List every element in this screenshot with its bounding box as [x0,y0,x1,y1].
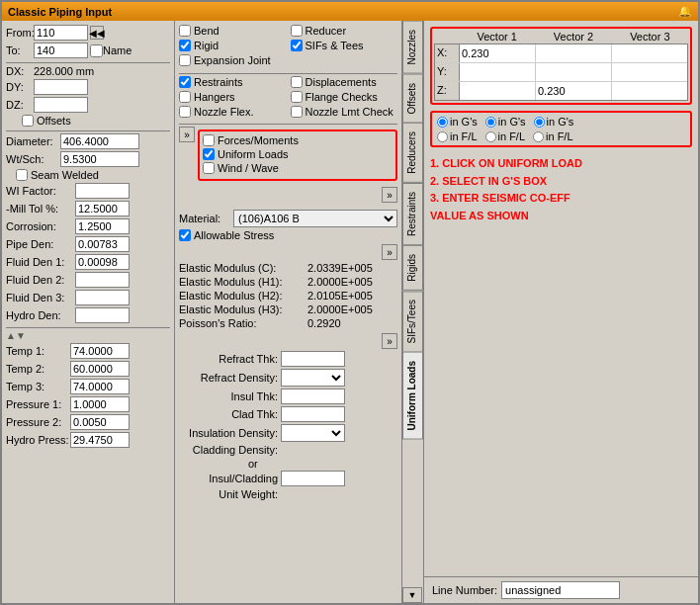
collapse-btn-top[interactable]: ◀◀ [90,26,104,40]
y-v3-input[interactable] [612,63,687,81]
refract-arrow-btn[interactable]: » [382,333,397,349]
weld-factor-input[interactable] [75,183,130,199]
refract-thk-input[interactable] [281,351,345,367]
x-v1-input[interactable] [460,44,535,62]
expansion-joint-label: Expansion Joint [194,54,271,66]
diameter-input[interactable] [60,133,139,149]
dz-input[interactable] [34,97,88,113]
seam-welded-checkbox[interactable] [16,169,28,181]
refract-thk-label: Refract Thk: [179,353,278,365]
v2-gs-label: in G's [498,116,526,128]
tab-rigids[interactable]: Rigids [402,245,423,291]
insul-cladding-input[interactable] [281,471,345,486]
v3-gs-label: in G's [547,116,574,128]
wt-sch-input[interactable] [60,151,139,167]
forces-moments-label: Forces/Moments [218,134,299,146]
pipe-den-input[interactable] [75,236,130,252]
temp3-input[interactable] [70,379,130,394]
dy-input[interactable] [34,79,88,95]
tab-uniform-loads[interactable]: Uniform Loads [402,352,423,440]
to-input[interactable] [34,43,88,58]
expand-arrow2-btn[interactable]: » [382,187,397,203]
fluid-den3-input[interactable] [75,290,130,305]
temp3-label: Temp 3: [6,381,70,392]
flange-checks-checkbox[interactable] [291,91,303,103]
temp1-input[interactable] [70,343,130,359]
sifs-tees-checkbox[interactable] [291,40,303,51]
scroll-down-arrow[interactable]: ▼ [402,587,422,603]
refract-density-select[interactable] [281,369,345,387]
name-checkbox[interactable] [90,44,103,57]
reducer-checkbox[interactable] [291,25,303,37]
allowable-stress-checkbox[interactable] [179,229,191,241]
diameter-label: Diameter: [6,135,60,147]
sifs-tees-label: SIFs & Tees [306,40,364,51]
v1-fl-label: in F/L [450,130,478,142]
fluid-den2-input[interactable] [75,272,130,288]
v1-gs-radio[interactable] [437,117,448,128]
restraints-checkbox[interactable] [179,76,191,88]
v3-fl-radio[interactable] [533,131,544,142]
mid-panel: Bend Reducer Rigid SIFs & Tees Expansion… [175,21,402,603]
insulation-density-select[interactable] [281,424,345,442]
v2-fl-radio[interactable] [485,131,496,142]
material-select[interactable]: (106)A106 B [233,210,397,227]
tab-restraints[interactable]: Restraints [402,183,423,245]
pressure1-input[interactable] [70,396,130,412]
fluid-den1-input[interactable] [75,254,130,270]
x-v3-input[interactable] [612,44,687,62]
v3-gs-radio[interactable] [534,117,545,128]
tab-reducers[interactable]: Reducers [402,123,423,183]
y-v2-input[interactable] [536,63,611,81]
nozzle-lmt-checkbox[interactable] [291,106,303,118]
hydro-press-label: Hydro Press: [6,434,70,446]
x-v2-input[interactable] [536,44,611,62]
hydro-den-input[interactable] [75,307,130,323]
y-v1-input[interactable] [460,63,535,81]
expand-arrow-btn[interactable]: » [179,127,195,142]
corrosion-input[interactable] [75,218,130,234]
expansion-joint-checkbox[interactable] [179,54,191,66]
clad-thk-input[interactable] [281,406,345,422]
instruction2: 2. SELECT IN G'S BOX [430,173,692,191]
elastic-c-label: Elastic Modulus (C): [179,262,307,274]
z-v3-input[interactable] [612,82,687,100]
hydro-press-input[interactable] [70,432,130,448]
v2-fl-label: in F/L [498,130,526,142]
insulation-density-label: Insulation Density: [179,427,278,439]
tab-nozzles[interactable]: Nozzles [402,21,423,74]
displacements-label: Displacements [306,76,377,88]
v1-fl-radio[interactable] [437,131,448,142]
nozzle-flex-checkbox[interactable] [179,106,191,118]
v2-gs-radio[interactable] [485,117,496,128]
forces-moments-checkbox[interactable] [203,134,215,146]
from-input[interactable] [34,25,88,41]
instruction4: VALUE AS SHOWN [430,208,692,225]
tab-offsets[interactable]: Offsets [402,74,423,124]
tab-sifs-tees[interactable]: SIFs/Tees [402,291,423,352]
pressure2-input[interactable] [70,414,130,430]
pin-icon[interactable]: 🔔 [678,5,692,18]
hangers-label: Hangers [194,91,235,103]
modulus-arrow-btn[interactable]: » [382,244,397,260]
wt-sch-label: Wt/Sch: [6,153,60,165]
displacements-checkbox[interactable] [291,76,303,88]
material-label: Material: [179,213,233,224]
offsets-checkbox[interactable] [22,115,34,127]
wind-wave-checkbox[interactable] [203,162,215,174]
uniform-loads-checkbox[interactable] [203,148,215,160]
hangers-checkbox[interactable] [179,91,191,103]
instructions: 1. CLICK ON UNIFORM LOAD 2. SELECT IN G'… [430,155,692,224]
temp2-input[interactable] [70,361,130,377]
z-v1-input[interactable] [460,82,535,100]
rigid-checkbox[interactable] [179,40,191,51]
line-number-input[interactable] [501,581,620,599]
insul-thk-input[interactable] [281,389,345,404]
x-row-label: X: [435,44,460,62]
mill-tol-input[interactable] [75,201,130,216]
bend-checkbox[interactable] [179,25,191,37]
z-v2-input[interactable] [536,82,611,100]
reducer-label: Reducer [306,25,347,37]
window-title: Classic Piping Input [8,6,112,18]
nozzle-flex-label: Nozzle Flex. [194,106,254,118]
